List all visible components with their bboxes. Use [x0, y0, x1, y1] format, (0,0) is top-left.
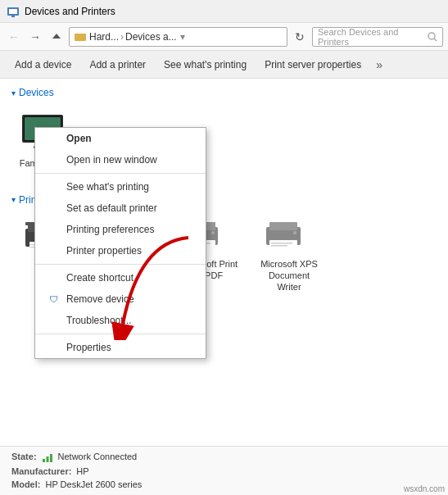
state-value: Network Connected [58, 452, 138, 463]
ctx-printer-props[interactable]: Printer properties [35, 240, 206, 261]
status-col-left: State: Network Connected Manufacturer: H… [11, 452, 142, 490]
model-value: HP DeskJet 2600 series [45, 479, 142, 489]
shield-icon: 🛡 [47, 293, 60, 306]
search-placeholder: Search Devices and Printers [318, 27, 428, 47]
up-button[interactable] [48, 28, 66, 46]
open-new-icon [47, 153, 60, 166]
ctx-sep-3 [35, 334, 206, 334]
ctx-preferences[interactable]: Printing preferences [35, 219, 206, 240]
ctx-troubleshoot[interactable]: Troubleshoot... [35, 310, 206, 331]
ctx-remove[interactable]: 🛡 Remove device [35, 288, 206, 310]
ctx-shortcut[interactable]: Create shortcut [35, 267, 206, 288]
ctx-set-default[interactable]: Set as default printer [35, 198, 206, 219]
devices-toggle-icon: ▾ [11, 89, 16, 98]
app-icon [7, 5, 20, 18]
toolbar: Add a device Add a printer See what's pr… [0, 51, 448, 79]
shortcut-icon [47, 271, 60, 284]
set-default-icon [47, 202, 60, 215]
ctx-open-new-label: Open in new window [66, 154, 157, 166]
see-printing-button[interactable]: See what's printing [156, 54, 255, 75]
devices-section-header[interactable]: ▾ Devices [11, 87, 437, 98]
address-bar: ← → Hard... › Devices a... ▾ ↻ Search De… [0, 23, 448, 51]
state-label: State: [11, 452, 37, 463]
ctx-see-printing-label: See what's printing [66, 181, 149, 193]
ctx-printer-props-label: Printer properties [66, 245, 142, 257]
svg-rect-42 [46, 456, 48, 462]
title-bar: Devices and Printers [0, 0, 448, 23]
svg-rect-43 [50, 454, 52, 462]
printers-toggle-icon: ▾ [11, 195, 16, 204]
search-box[interactable]: Search Devices and Printers [312, 27, 443, 47]
ctx-preferences-label: Printing preferences [66, 224, 154, 235]
svg-rect-5 [75, 34, 79, 35]
svg-point-6 [428, 33, 435, 39]
back-button[interactable]: ← [5, 28, 23, 46]
svg-line-7 [434, 39, 437, 41]
add-device-button[interactable]: Add a device [7, 54, 79, 75]
ctx-properties[interactable]: Properties [35, 337, 206, 358]
preferences-icon [47, 223, 60, 236]
printer-icon-4 [263, 216, 315, 255]
ctx-open[interactable]: Open [35, 128, 206, 149]
more-button[interactable]: » [371, 54, 387, 75]
crumb1: Hard... [89, 31, 119, 43]
svg-rect-39 [271, 245, 287, 247]
status-bar: State: Network Connected Manufacturer: H… [0, 446, 448, 495]
model-label: Model: [11, 479, 40, 489]
ctx-troubleshoot-label: Troubleshoot... [66, 315, 132, 326]
printer-item-4[interactable]: Microsoft XPSDocument Writer [252, 212, 326, 307]
svg-rect-38 [271, 243, 292, 244]
ctx-sep-1 [35, 173, 206, 174]
ctx-properties-label: Properties [66, 342, 111, 353]
ctx-remove-label: Remove device [66, 293, 134, 305]
svg-rect-41 [43, 459, 45, 462]
troubleshoot-icon [47, 314, 60, 327]
add-printer-button[interactable]: Add a printer [81, 54, 154, 75]
see-printing-icon [47, 180, 60, 193]
properties-icon [47, 341, 60, 354]
context-menu: Open Open in new window See what's print… [34, 127, 206, 359]
print-server-button[interactable]: Print server properties [256, 54, 369, 75]
svg-point-34 [211, 231, 215, 234]
ctx-open-label: Open [66, 133, 92, 144]
devices-section-label: Devices [19, 87, 54, 98]
svg-rect-2 [11, 16, 15, 17]
ctx-open-new[interactable]: Open in new window [35, 149, 206, 170]
ctx-see-printing[interactable]: See what's printing [35, 176, 206, 198]
folder-icon [75, 31, 86, 43]
printer-label-4: Microsoft XPSDocument Writer [256, 258, 323, 293]
window-title: Devices and Printers [25, 6, 115, 17]
svg-rect-36 [269, 222, 297, 230]
state-row: State: Network Connected [11, 452, 142, 463]
refresh-button[interactable]: ↻ [291, 28, 309, 46]
svg-point-40 [293, 231, 296, 234]
open-icon [47, 132, 60, 145]
manufacturer-row: Manufacturer: HP [11, 466, 142, 476]
svg-rect-1 [9, 9, 17, 14]
crumb2: Devices a... [125, 31, 177, 43]
ctx-set-default-label: Set as default printer [66, 202, 157, 214]
ctx-sep-2 [35, 264, 206, 265]
address-field[interactable]: Hard... › Devices a... ▾ [69, 27, 287, 47]
manufacturer-label: Manufacturer: [11, 466, 71, 476]
search-icon [428, 32, 437, 42]
watermark: wsxdn.com [404, 484, 445, 493]
svg-marker-3 [52, 34, 61, 39]
svg-rect-37 [269, 240, 297, 248]
ctx-shortcut-label: Create shortcut [66, 272, 133, 284]
model-row: Model: HP DeskJet 2600 series [11, 479, 142, 489]
network-icon [42, 452, 53, 463]
printer-props-icon [47, 244, 60, 257]
forward-button[interactable]: → [26, 28, 44, 46]
manufacturer-value: HP [76, 466, 88, 476]
